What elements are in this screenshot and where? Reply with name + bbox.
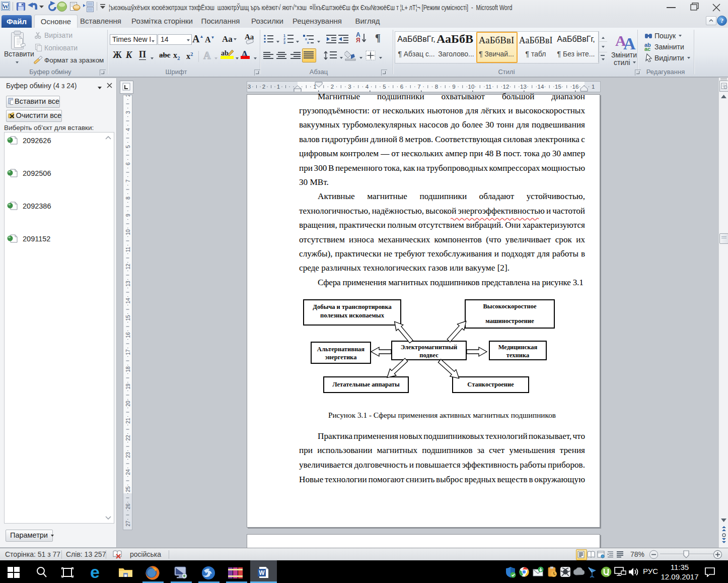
svg-text:1: 1 (277, 84, 280, 90)
svg-text:25: 25 (125, 486, 131, 492)
svg-text:14: 14 (125, 298, 131, 304)
svg-text:3: 3 (283, 41, 285, 44)
svg-text:12: 12 (503, 84, 509, 90)
svg-text:13: 13 (125, 281, 131, 287)
svg-text:7: 7 (125, 179, 131, 182)
svg-text:15: 15 (125, 315, 131, 321)
svg-text:6: 6 (125, 162, 131, 165)
svg-text:20: 20 (125, 401, 131, 407)
svg-text:W: W (259, 569, 265, 576)
svg-text:6: 6 (400, 84, 403, 90)
svg-text:9: 9 (452, 84, 455, 90)
svg-text:10: 10 (468, 84, 475, 90)
svg-text:7: 7 (417, 84, 420, 90)
svg-text:1: 1 (283, 34, 285, 37)
svg-text:15: 15 (555, 84, 561, 90)
svg-text:8: 8 (125, 197, 131, 200)
svg-text:2: 2 (125, 95, 131, 97)
svg-text:27: 27 (125, 521, 131, 527)
svg-text:14: 14 (538, 84, 544, 90)
svg-text:24: 24 (125, 469, 131, 475)
svg-text:11: 11 (125, 246, 131, 252)
svg-text:4: 4 (366, 84, 369, 90)
svg-text:12: 12 (125, 264, 131, 270)
svg-text:3: 3 (125, 111, 131, 114)
svg-text:16: 16 (125, 332, 131, 338)
svg-text:19: 19 (125, 383, 131, 390)
svg-text:3: 3 (348, 84, 351, 90)
svg-text:5: 5 (125, 145, 131, 148)
svg-text:8: 8 (435, 84, 438, 90)
svg-text:13: 13 (520, 84, 527, 90)
svg-text:3: 3 (248, 84, 251, 90)
svg-text:26: 26 (125, 503, 131, 509)
svg-text:2: 2 (283, 37, 285, 41)
svg-text:22: 22 (125, 435, 131, 441)
svg-text:23: 23 (125, 452, 131, 458)
svg-text:2: 2 (262, 84, 265, 90)
svg-text:17: 17 (125, 349, 131, 355)
svg-text:1: 1 (592, 84, 595, 90)
svg-text:16: 16 (572, 84, 579, 90)
svg-text:2: 2 (331, 84, 334, 90)
svg-text:4: 4 (125, 128, 131, 131)
svg-text:21: 21 (125, 418, 131, 424)
svg-text:9: 9 (125, 214, 131, 217)
svg-text:18: 18 (125, 366, 131, 372)
svg-text:11: 11 (486, 84, 492, 90)
svg-text:W: W (3, 3, 9, 10)
svg-text:5: 5 (383, 84, 386, 90)
svg-text:10: 10 (125, 229, 131, 235)
